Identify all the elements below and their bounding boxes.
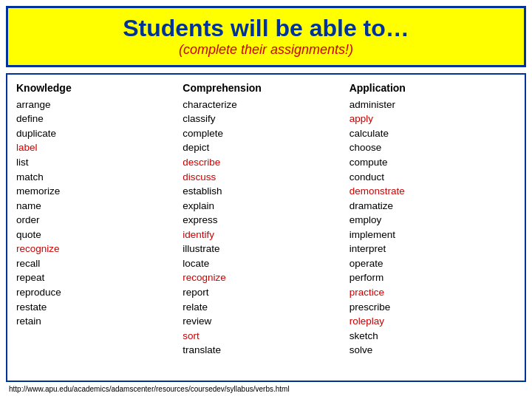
list-item: recognize (183, 270, 349, 285)
list-item: apply (349, 112, 516, 126)
list-item: define (16, 112, 183, 126)
list-item: duplicate (16, 126, 183, 141)
list-item: retain (16, 314, 183, 329)
column-0: Knowledgearrangedefineduplicatelabellist… (16, 81, 183, 375)
list-item: perform (349, 270, 516, 285)
list-item: relate (183, 300, 349, 315)
list-item: recognize (16, 242, 183, 256)
list-item: name (16, 199, 183, 214)
list-item: characterize (183, 98, 349, 112)
list-item: employ (349, 213, 516, 228)
list-item: practice (349, 285, 516, 300)
list-item: memorize (16, 184, 183, 199)
list-item: conduct (349, 170, 516, 185)
list-item: classify (183, 112, 349, 126)
list-item: solve (349, 343, 516, 358)
header-box: Students will be able to… (complete thei… (6, 6, 526, 67)
column-header-2: Application (349, 81, 516, 95)
list-item: locate (183, 256, 349, 271)
list-item: translate (183, 343, 349, 358)
list-item: discuss (183, 170, 349, 185)
list-item: demonstrate (349, 184, 516, 199)
list-item: restate (16, 300, 183, 315)
list-item: sketch (349, 329, 516, 344)
list-item: complete (183, 126, 349, 141)
list-item: depict (183, 140, 349, 155)
column-2: Applicationadministerapplycalculatechoos… (349, 81, 516, 375)
list-item: list (16, 155, 183, 170)
page-subtitle: (complete their assignments!) (20, 42, 512, 58)
list-item: dramatize (349, 199, 516, 214)
list-item: match (16, 170, 183, 185)
column-header-1: Comprehension (183, 81, 349, 95)
columns-area: Knowledgearrangedefineduplicatelabellist… (6, 73, 526, 382)
list-item: choose (349, 140, 516, 155)
list-item: report (183, 285, 349, 300)
list-item: arrange (16, 98, 183, 112)
list-item: identify (183, 228, 349, 242)
list-item: quote (16, 228, 183, 242)
list-item: implement (349, 228, 516, 242)
list-item: interpret (349, 242, 516, 256)
list-item: review (183, 314, 349, 329)
list-item: explain (183, 199, 349, 214)
list-item: label (16, 140, 183, 155)
list-item: administer (349, 98, 516, 112)
page-title: Students will be able to… (20, 14, 512, 42)
list-item: describe (183, 155, 349, 170)
list-item: express (183, 213, 349, 228)
list-item: illustrate (183, 242, 349, 256)
footer-url: http://www.apu.edu/academics/adamscenter… (6, 385, 526, 393)
list-item: roleplay (349, 314, 516, 329)
list-item: prescribe (349, 300, 516, 315)
list-item: order (16, 213, 183, 228)
list-item: establish (183, 184, 349, 199)
column-header-0: Knowledge (16, 81, 183, 95)
list-item: calculate (349, 126, 516, 141)
list-item: recall (16, 256, 183, 271)
column-1: Comprehensioncharacterizeclassifycomplet… (183, 81, 349, 375)
list-item: repeat (16, 270, 183, 285)
list-item: compute (349, 155, 516, 170)
list-item: sort (183, 329, 349, 344)
list-item: reproduce (16, 285, 183, 300)
page-container: Students will be able to… (complete thei… (0, 0, 532, 399)
list-item: operate (349, 256, 516, 271)
